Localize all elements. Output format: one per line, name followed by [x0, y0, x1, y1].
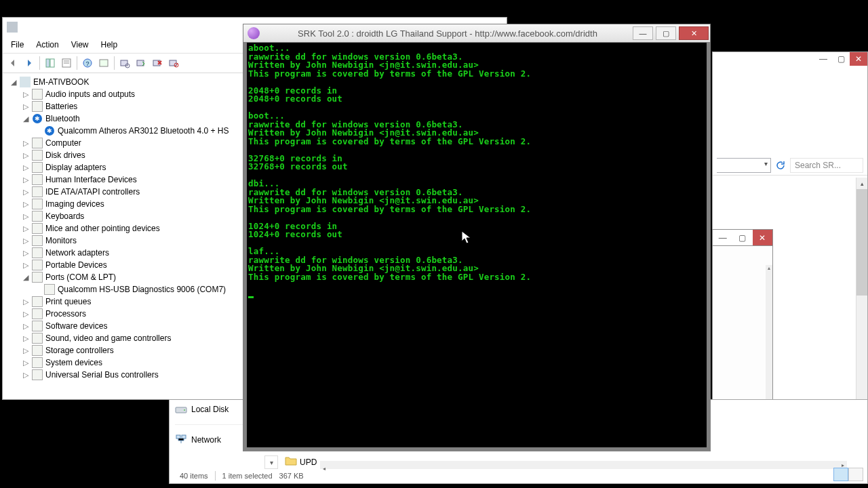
help-button[interactable]: ?	[80, 56, 95, 70]
device-icon	[32, 345, 43, 356]
expand-toggle[interactable]: ◢	[9, 78, 18, 87]
expand-toggle[interactable]: ◢	[22, 273, 30, 282]
expand-toggle[interactable]: ▷	[22, 176, 30, 184]
folder-upd[interactable]: UPD	[285, 455, 317, 468]
expand-toggle[interactable]: ◢	[22, 115, 30, 123]
device-icon	[32, 162, 43, 173]
address-dropdown[interactable]: ▾	[717, 158, 771, 173]
expand-toggle[interactable]: ▷	[22, 322, 30, 331]
console-output[interactable]: aboot... rawwrite dd for windows version…	[247, 43, 707, 300]
expand-toggle[interactable]: ▷	[22, 188, 30, 197]
expand-toggle[interactable]: ▷	[22, 298, 30, 306]
tree-node-label: Processors	[45, 309, 87, 319]
expand-toggle[interactable]: ▷	[22, 139, 30, 148]
tree-node-label: Portable Devices	[45, 260, 108, 270]
scroll-left-icon[interactable]: ◂	[320, 465, 328, 473]
console-maximize-button[interactable]: ▢	[656, 26, 676, 40]
tree-node-label: System devices	[45, 358, 103, 367]
bluetooth-icon: ✱	[44, 125, 55, 136]
expand-toggle[interactable]: ▷	[22, 261, 30, 270]
tree-node-label: Mice and other pointing devices	[45, 224, 161, 233]
scrollbar-thumb[interactable]	[856, 189, 867, 296]
secondary-window-controls: — ▢ ✕	[712, 229, 773, 246]
tree-node-label: Bluetooth	[45, 114, 81, 123]
expand-toggle[interactable]: ▷	[22, 102, 30, 111]
refresh-icon[interactable]	[775, 160, 786, 171]
tree-node-label: Network adapters	[45, 248, 110, 258]
device-icon	[32, 235, 43, 246]
device-icon	[32, 150, 43, 161]
console-titlebar[interactable]: SRK Tool 2.0 : droidth LG Thailand Suppo…	[243, 24, 711, 43]
expand-toggle[interactable]: ▷	[22, 90, 30, 99]
properties-button[interactable]	[59, 56, 74, 70]
svg-rect-2	[176, 435, 180, 439]
menu-file[interactable]: File	[5, 38, 29, 52]
explorer-minimize-button[interactable]: —	[814, 52, 832, 66]
search-input[interactable]: Search SR...	[790, 158, 863, 173]
device-icon	[32, 333, 43, 344]
tree-node-label: Universal Serial Bus controllers	[45, 370, 159, 380]
uninstall-button[interactable]	[150, 56, 165, 70]
tree-node-label: Batteries	[45, 102, 78, 111]
secondary-maximize-button[interactable]: ▢	[732, 230, 752, 245]
expand-toggle[interactable]: ▷	[22, 346, 30, 355]
device-icon	[44, 284, 55, 295]
tree-node-label: Storage controllers	[45, 346, 115, 355]
show-hide-tree-button[interactable]	[43, 56, 58, 70]
device-icon	[32, 247, 43, 258]
expand-toggle[interactable]: ▷	[22, 151, 30, 160]
nav-label: Local Disk	[191, 405, 229, 414]
device-icon	[32, 260, 43, 270]
expand-toggle[interactable]: ▷	[22, 359, 30, 367]
expand-toggle[interactable]: ▷	[22, 334, 30, 343]
expand-toggle[interactable]: ▷	[22, 200, 30, 209]
device-icon	[32, 272, 43, 283]
console-window: SRK Tool 2.0 : droidth LG Thailand Suppo…	[243, 24, 711, 451]
expand-toggle[interactable]: ▷	[22, 310, 30, 319]
expand-toggle[interactable]: ▷	[22, 224, 30, 233]
expand-toggle[interactable]: ▷	[22, 371, 30, 380]
expand-toggle[interactable]: ▷	[22, 163, 30, 172]
tree-node-label: Qualcomm Atheros AR3012 Bluetooth 4.0 + …	[57, 126, 229, 136]
expand-toggle[interactable]: ▷	[22, 212, 30, 221]
expand-toggle[interactable]: ▷	[22, 237, 30, 245]
secondary-minimize-button[interactable]: —	[713, 230, 732, 245]
status-size: 367 KB	[279, 472, 304, 480]
menu-action[interactable]: Action	[31, 38, 64, 52]
view-details-button[interactable]	[833, 468, 848, 481]
menu-help[interactable]: Help	[96, 38, 123, 52]
nav-back-button[interactable]	[5, 56, 20, 70]
tree-node-label: Ports (COM & LPT)	[45, 272, 117, 282]
tree-node-label: Human Interface Devices	[45, 175, 138, 184]
tree-node-label: Print queues	[45, 297, 92, 306]
console-close-button[interactable]: ✕	[679, 26, 709, 40]
device-icon	[32, 223, 43, 234]
device-icon	[32, 101, 43, 112]
scan-hardware-button[interactable]	[117, 56, 132, 70]
device-icon	[32, 89, 43, 100]
console-minimize-button[interactable]: —	[633, 26, 653, 40]
disable-button[interactable]	[166, 56, 181, 70]
update-driver-button[interactable]	[134, 56, 149, 70]
secondary-close-button[interactable]: ✕	[753, 230, 772, 245]
device-icon	[32, 357, 43, 368]
menu-view[interactable]: View	[66, 38, 94, 52]
devmgr-app-icon	[7, 22, 18, 33]
scroll-up-icon[interactable]: ▴	[856, 178, 867, 189]
status-item-count: 40 items	[180, 472, 208, 480]
tree-node-label: Sound, video and game controllers	[45, 333, 172, 343]
console-app-icon	[248, 27, 260, 39]
tree-node-label: Qualcomm HS-USB Diagnostics 9006 (COM7)	[57, 285, 226, 294]
action-button[interactable]	[96, 56, 111, 70]
horizontal-scrollbar[interactable]: ◂ ▸	[320, 461, 847, 469]
device-icon	[32, 174, 43, 185]
device-icon	[32, 211, 43, 222]
explorer-close-button[interactable]: ✕	[850, 52, 867, 66]
view-icons-button[interactable]	[848, 468, 863, 481]
nav-up-button[interactable]: ▾	[264, 455, 278, 469]
nav-forward-button[interactable]	[22, 56, 37, 70]
explorer-maximize-button[interactable]: ▢	[832, 52, 850, 66]
expand-toggle[interactable]: ▷	[22, 249, 30, 258]
tree-node-label: Display adapters	[45, 163, 106, 172]
scroll-up-icon[interactable]: ▴	[766, 265, 772, 273]
